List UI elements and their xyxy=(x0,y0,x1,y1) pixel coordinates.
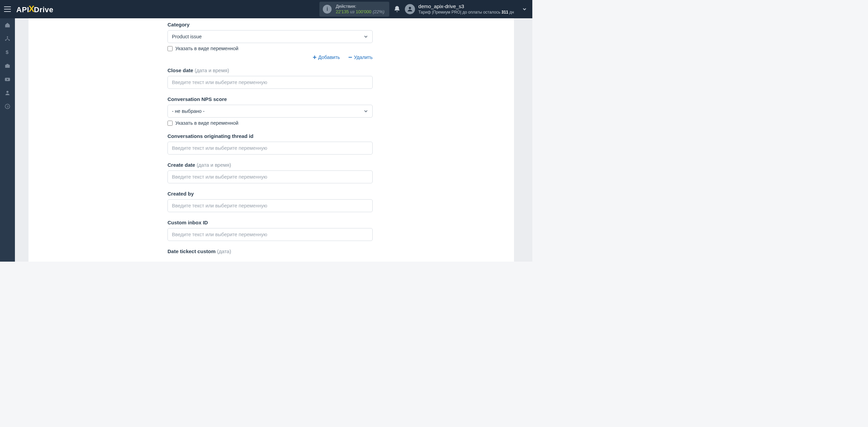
menu-toggle[interactable] xyxy=(0,0,15,18)
logo-text-drive: Drive xyxy=(34,5,54,14)
svg-point-1 xyxy=(7,36,8,37)
plus-icon xyxy=(313,55,317,59)
usage-values: 22'135 из 100'000(22%) xyxy=(336,9,384,15)
user-name: demo_apix-drive_s3 xyxy=(418,3,514,10)
user-tariff: Тариф |Премиум PRO| до оплаты осталось 3… xyxy=(418,10,514,15)
sidebar-video[interactable] xyxy=(0,73,15,86)
field-date-ticket: Date tickect custom (дата) xyxy=(167,248,373,254)
select-category[interactable]: Product issue xyxy=(167,30,373,43)
input-thread-id[interactable] xyxy=(167,142,373,155)
hint-date-ticket: (дата) xyxy=(217,248,231,254)
main-area: Category Product issue Указать в виде пе… xyxy=(15,18,528,262)
input-created-by[interactable] xyxy=(167,199,373,212)
label-nps: Conversation NPS score xyxy=(167,96,373,102)
sidebar: $ ? xyxy=(0,18,15,262)
svg-text:$: $ xyxy=(6,49,9,55)
checkbox-category-var[interactable] xyxy=(167,46,173,51)
field-thread-id: Conversations originating thread id xyxy=(167,133,373,155)
checkbox-label-nps[interactable]: Указать в виде переменной xyxy=(175,120,238,126)
form-card: Category Product issue Указать в виде пе… xyxy=(28,18,514,262)
delete-button[interactable]: Удалить xyxy=(348,55,373,60)
field-create-date: Create date (дата и время) xyxy=(167,162,373,183)
field-category: Category Product issue Указать в виде пе… xyxy=(167,22,373,60)
label-thread-id: Conversations originating thread id xyxy=(167,133,373,139)
select-nps[interactable]: - не выбрано - xyxy=(167,105,373,118)
input-close-date[interactable] xyxy=(167,76,373,89)
chevron-down-icon xyxy=(522,7,527,12)
label-inbox-id: Custom inbox ID xyxy=(167,220,373,225)
svg-point-0 xyxy=(409,7,411,9)
sidebar-billing[interactable]: $ xyxy=(0,45,15,59)
sidebar-briefcase[interactable] xyxy=(0,59,15,73)
sidebar-help[interactable]: ? xyxy=(0,100,15,113)
app-header: APIXDrive i Действия: 22'135 из 100'000(… xyxy=(0,0,532,18)
label-create-date: Create date xyxy=(167,162,195,168)
checkbox-label-category[interactable]: Указать в виде переменной xyxy=(175,46,238,51)
label-created-by: Created by xyxy=(167,191,373,197)
logo-text-api: API xyxy=(16,5,29,14)
svg-point-8 xyxy=(6,91,8,93)
add-button[interactable]: Добавить xyxy=(313,55,340,60)
label-category: Category xyxy=(167,22,373,27)
input-inbox-id[interactable] xyxy=(167,228,373,241)
svg-rect-5 xyxy=(5,65,10,68)
hint-create-date: (дата и время) xyxy=(197,162,231,168)
label-close-date: Close date xyxy=(167,67,193,73)
sidebar-home[interactable] xyxy=(0,18,15,32)
checkbox-nps-var[interactable] xyxy=(167,121,173,126)
bell-icon[interactable] xyxy=(393,5,401,13)
sidebar-profile[interactable] xyxy=(0,86,15,100)
user-menu[interactable]: demo_apix-drive_s3 Тариф |Премиум PRO| д… xyxy=(405,3,527,15)
usage-label: Действия: xyxy=(336,4,384,9)
chevron-down-icon xyxy=(363,34,368,39)
hamburger-icon xyxy=(4,6,11,12)
svg-rect-6 xyxy=(6,64,8,65)
field-created-by: Created by xyxy=(167,191,373,212)
logo[interactable]: APIXDrive xyxy=(16,4,54,15)
logo-text-x: X xyxy=(28,4,35,14)
label-date-ticket: Date tickect custom xyxy=(167,248,216,254)
sidebar-connections[interactable] xyxy=(0,32,15,45)
svg-text:?: ? xyxy=(6,105,8,108)
field-inbox-id: Custom inbox ID xyxy=(167,220,373,241)
usage-indicator[interactable]: i Действия: 22'135 из 100'000(22%) xyxy=(319,2,389,16)
field-nps: Conversation NPS score - не выбрано - Ук… xyxy=(167,96,373,126)
info-icon: i xyxy=(323,5,332,14)
hint-close-date: (дата и время) xyxy=(195,67,229,73)
input-create-date[interactable] xyxy=(167,170,373,183)
field-close-date: Close date (дата и время) xyxy=(167,67,373,89)
avatar-icon xyxy=(405,4,415,14)
minus-icon xyxy=(348,55,352,59)
chevron-down-icon xyxy=(363,109,368,114)
